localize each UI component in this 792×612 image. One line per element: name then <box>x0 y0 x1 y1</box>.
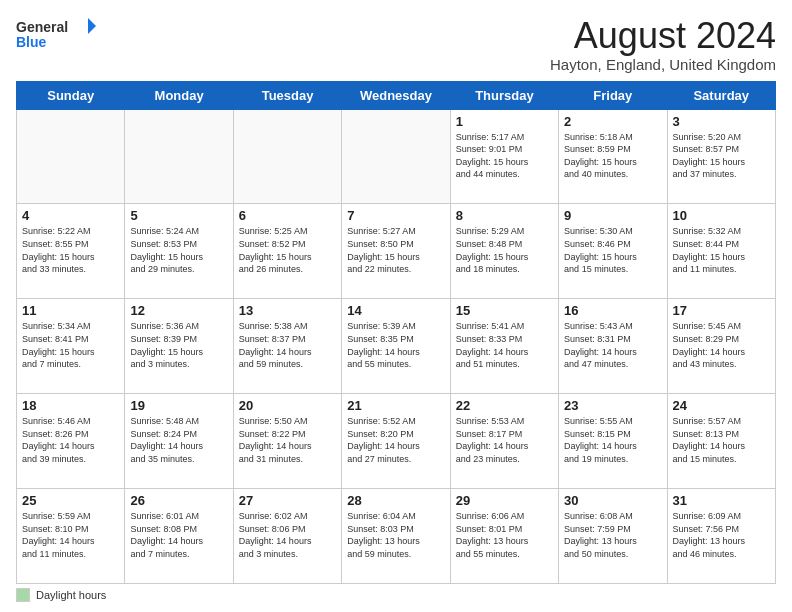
col-monday: Monday <box>125 81 233 109</box>
month-title: August 2024 <box>550 16 776 56</box>
day-info: Sunrise: 5:52 AM Sunset: 8:20 PM Dayligh… <box>347 415 444 465</box>
day-info: Sunrise: 5:22 AM Sunset: 8:55 PM Dayligh… <box>22 225 119 275</box>
day-number: 10 <box>673 208 770 223</box>
day-number: 1 <box>456 114 553 129</box>
calendar-cell: 27Sunrise: 6:02 AM Sunset: 8:06 PM Dayli… <box>233 489 341 584</box>
day-info: Sunrise: 6:08 AM Sunset: 7:59 PM Dayligh… <box>564 510 661 560</box>
calendar-cell: 13Sunrise: 5:38 AM Sunset: 8:37 PM Dayli… <box>233 299 341 394</box>
day-number: 4 <box>22 208 119 223</box>
day-number: 22 <box>456 398 553 413</box>
logo: General Blue <box>16 16 96 52</box>
day-info: Sunrise: 6:09 AM Sunset: 7:56 PM Dayligh… <box>673 510 770 560</box>
day-info: Sunrise: 5:20 AM Sunset: 8:57 PM Dayligh… <box>673 131 770 181</box>
day-number: 25 <box>22 493 119 508</box>
day-info: Sunrise: 5:36 AM Sunset: 8:39 PM Dayligh… <box>130 320 227 370</box>
calendar-cell: 1Sunrise: 5:17 AM Sunset: 9:01 PM Daylig… <box>450 109 558 204</box>
col-friday: Friday <box>559 81 667 109</box>
calendar-cell: 26Sunrise: 6:01 AM Sunset: 8:08 PM Dayli… <box>125 489 233 584</box>
calendar: Sunday Monday Tuesday Wednesday Thursday… <box>16 81 776 584</box>
calendar-cell: 4Sunrise: 5:22 AM Sunset: 8:55 PM Daylig… <box>17 204 125 299</box>
calendar-cell <box>233 109 341 204</box>
calendar-cell: 31Sunrise: 6:09 AM Sunset: 7:56 PM Dayli… <box>667 489 775 584</box>
calendar-cell: 11Sunrise: 5:34 AM Sunset: 8:41 PM Dayli… <box>17 299 125 394</box>
day-info: Sunrise: 5:27 AM Sunset: 8:50 PM Dayligh… <box>347 225 444 275</box>
day-number: 23 <box>564 398 661 413</box>
day-info: Sunrise: 5:55 AM Sunset: 8:15 PM Dayligh… <box>564 415 661 465</box>
calendar-cell: 28Sunrise: 6:04 AM Sunset: 8:03 PM Dayli… <box>342 489 450 584</box>
day-number: 30 <box>564 493 661 508</box>
calendar-cell: 12Sunrise: 5:36 AM Sunset: 8:39 PM Dayli… <box>125 299 233 394</box>
day-info: Sunrise: 5:46 AM Sunset: 8:26 PM Dayligh… <box>22 415 119 465</box>
calendar-cell: 3Sunrise: 5:20 AM Sunset: 8:57 PM Daylig… <box>667 109 775 204</box>
calendar-cell: 10Sunrise: 5:32 AM Sunset: 8:44 PM Dayli… <box>667 204 775 299</box>
day-info: Sunrise: 5:38 AM Sunset: 8:37 PM Dayligh… <box>239 320 336 370</box>
day-info: Sunrise: 6:02 AM Sunset: 8:06 PM Dayligh… <box>239 510 336 560</box>
day-info: Sunrise: 5:34 AM Sunset: 8:41 PM Dayligh… <box>22 320 119 370</box>
day-info: Sunrise: 5:39 AM Sunset: 8:35 PM Dayligh… <box>347 320 444 370</box>
svg-text:Blue: Blue <box>16 34 47 50</box>
calendar-cell: 15Sunrise: 5:41 AM Sunset: 8:33 PM Dayli… <box>450 299 558 394</box>
col-wednesday: Wednesday <box>342 81 450 109</box>
svg-marker-2 <box>88 18 96 34</box>
calendar-cell: 24Sunrise: 5:57 AM Sunset: 8:13 PM Dayli… <box>667 394 775 489</box>
day-number: 21 <box>347 398 444 413</box>
page: General Blue August 2024 Hayton, England… <box>0 0 792 612</box>
header: General Blue August 2024 Hayton, England… <box>16 16 776 73</box>
calendar-cell: 2Sunrise: 5:18 AM Sunset: 8:59 PM Daylig… <box>559 109 667 204</box>
daylight-legend-label: Daylight hours <box>36 589 106 601</box>
calendar-cell: 5Sunrise: 5:24 AM Sunset: 8:53 PM Daylig… <box>125 204 233 299</box>
footer: Daylight hours <box>16 588 776 602</box>
day-number: 3 <box>673 114 770 129</box>
calendar-cell: 22Sunrise: 5:53 AM Sunset: 8:17 PM Dayli… <box>450 394 558 489</box>
day-info: Sunrise: 6:01 AM Sunset: 8:08 PM Dayligh… <box>130 510 227 560</box>
day-info: Sunrise: 5:41 AM Sunset: 8:33 PM Dayligh… <box>456 320 553 370</box>
calendar-cell: 7Sunrise: 5:27 AM Sunset: 8:50 PM Daylig… <box>342 204 450 299</box>
day-number: 31 <box>673 493 770 508</box>
calendar-cell: 23Sunrise: 5:55 AM Sunset: 8:15 PM Dayli… <box>559 394 667 489</box>
day-number: 9 <box>564 208 661 223</box>
day-number: 29 <box>456 493 553 508</box>
logo-svg: General Blue <box>16 16 96 52</box>
location: Hayton, England, United Kingdom <box>550 56 776 73</box>
calendar-cell: 29Sunrise: 6:06 AM Sunset: 8:01 PM Dayli… <box>450 489 558 584</box>
calendar-cell <box>125 109 233 204</box>
daylight-legend-box <box>16 588 30 602</box>
day-number: 6 <box>239 208 336 223</box>
day-number: 13 <box>239 303 336 318</box>
day-number: 27 <box>239 493 336 508</box>
day-info: Sunrise: 5:45 AM Sunset: 8:29 PM Dayligh… <box>673 320 770 370</box>
day-info: Sunrise: 5:57 AM Sunset: 8:13 PM Dayligh… <box>673 415 770 465</box>
day-number: 19 <box>130 398 227 413</box>
calendar-cell: 8Sunrise: 5:29 AM Sunset: 8:48 PM Daylig… <box>450 204 558 299</box>
col-tuesday: Tuesday <box>233 81 341 109</box>
col-saturday: Saturday <box>667 81 775 109</box>
day-number: 24 <box>673 398 770 413</box>
calendar-cell: 6Sunrise: 5:25 AM Sunset: 8:52 PM Daylig… <box>233 204 341 299</box>
calendar-cell <box>342 109 450 204</box>
day-info: Sunrise: 5:43 AM Sunset: 8:31 PM Dayligh… <box>564 320 661 370</box>
day-info: Sunrise: 6:04 AM Sunset: 8:03 PM Dayligh… <box>347 510 444 560</box>
calendar-cell: 19Sunrise: 5:48 AM Sunset: 8:24 PM Dayli… <box>125 394 233 489</box>
day-number: 15 <box>456 303 553 318</box>
day-info: Sunrise: 6:06 AM Sunset: 8:01 PM Dayligh… <box>456 510 553 560</box>
day-number: 5 <box>130 208 227 223</box>
calendar-cell: 20Sunrise: 5:50 AM Sunset: 8:22 PM Dayli… <box>233 394 341 489</box>
calendar-cell: 16Sunrise: 5:43 AM Sunset: 8:31 PM Dayli… <box>559 299 667 394</box>
day-info: Sunrise: 5:30 AM Sunset: 8:46 PM Dayligh… <box>564 225 661 275</box>
day-number: 7 <box>347 208 444 223</box>
day-number: 14 <box>347 303 444 318</box>
day-number: 26 <box>130 493 227 508</box>
day-info: Sunrise: 5:48 AM Sunset: 8:24 PM Dayligh… <box>130 415 227 465</box>
day-number: 2 <box>564 114 661 129</box>
svg-text:General: General <box>16 19 68 35</box>
day-number: 17 <box>673 303 770 318</box>
calendar-cell: 30Sunrise: 6:08 AM Sunset: 7:59 PM Dayli… <box>559 489 667 584</box>
day-info: Sunrise: 5:18 AM Sunset: 8:59 PM Dayligh… <box>564 131 661 181</box>
day-number: 28 <box>347 493 444 508</box>
day-info: Sunrise: 5:50 AM Sunset: 8:22 PM Dayligh… <box>239 415 336 465</box>
day-number: 8 <box>456 208 553 223</box>
calendar-cell: 25Sunrise: 5:59 AM Sunset: 8:10 PM Dayli… <box>17 489 125 584</box>
day-info: Sunrise: 5:53 AM Sunset: 8:17 PM Dayligh… <box>456 415 553 465</box>
calendar-cell: 17Sunrise: 5:45 AM Sunset: 8:29 PM Dayli… <box>667 299 775 394</box>
day-info: Sunrise: 5:32 AM Sunset: 8:44 PM Dayligh… <box>673 225 770 275</box>
